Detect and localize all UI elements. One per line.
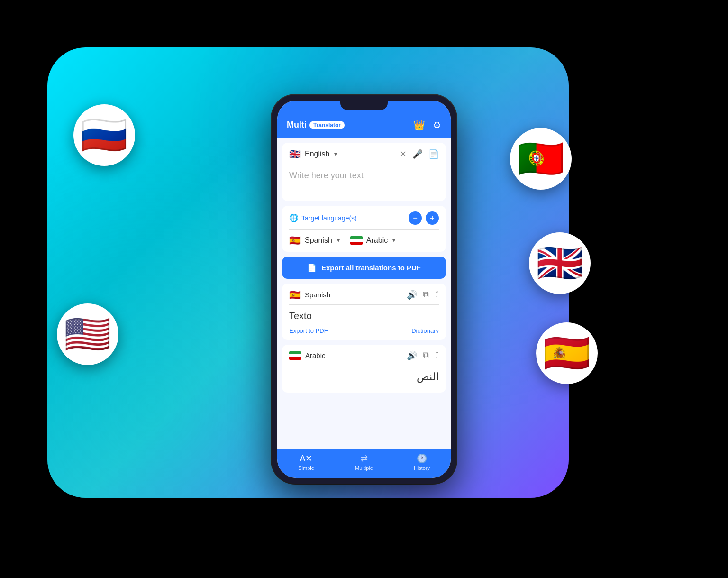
source-icons: ✕ 🎤 📄 (400, 149, 439, 159)
result-icons-arabic: 🔊 ⧉ ⤴ (407, 350, 439, 361)
result-text-arabic: النص (289, 369, 439, 387)
source-divider (289, 164, 439, 164)
source-section: 🇬🇧 English ▾ ✕ 🎤 📄 Write here your text (282, 143, 446, 201)
remove-language-button[interactable]: − (409, 211, 422, 225)
text-input[interactable]: Write here your text (289, 167, 439, 195)
result-spanish-flag: 🇪🇸 (289, 289, 301, 301)
arabic-chevron-icon: ▾ (392, 237, 395, 244)
app-title: Multi (287, 120, 307, 130)
history-label: History (414, 465, 430, 471)
globe-icon: 🌐 (289, 213, 299, 222)
phone: Multi Translator 👑 ⚙ 🇬🇧 English ▾ (272, 95, 456, 484)
app-header-icons: 👑 ⚙ (413, 119, 441, 131)
export-all-button[interactable]: 📄 Export all translations to PDF (282, 257, 446, 279)
share-icon-arabic[interactable]: ⤴ (435, 350, 439, 361)
iran-flag-icon (350, 236, 363, 245)
result-lang-spanish: 🇪🇸 Spanish (289, 289, 330, 301)
arabic-flag (350, 236, 363, 245)
result-lang-arabic: Arabic (289, 351, 326, 360)
multiple-icon: ⇄ (361, 453, 368, 464)
target-langs-row: 🇪🇸 Spanish ▾ (289, 235, 439, 246)
result-divider-spanish (289, 304, 439, 305)
source-chevron-icon: ▾ (334, 151, 337, 157)
crown-icon[interactable]: 👑 (413, 119, 425, 131)
target-divider (289, 229, 439, 230)
export-btn-label: Export all translations to PDF (321, 264, 421, 272)
speak-icon-arabic[interactable]: 🔊 (407, 350, 417, 361)
spanish-lang-name: Spanish (305, 236, 332, 245)
result-spanish-name: Spanish (305, 291, 330, 299)
copy-icon-arabic[interactable]: ⧉ (423, 350, 429, 361)
mic-icon[interactable]: 🎤 (412, 149, 423, 159)
result-arabic-name: Arabic (305, 351, 326, 359)
target-lang-spanish[interactable]: 🇪🇸 Spanish ▾ (289, 235, 340, 246)
app-body: 🇬🇧 English ▾ ✕ 🎤 📄 Write here your text (277, 138, 451, 449)
clear-icon[interactable]: ✕ (400, 149, 407, 159)
history-icon: 🕐 (417, 453, 427, 464)
document-icon[interactable]: 📄 (428, 149, 439, 159)
target-section: 🌐 Target language(s) − + 🇪🇸 S (282, 206, 446, 252)
source-lang-row: 🇬🇧 English ▾ ✕ 🎤 📄 (289, 148, 439, 160)
result-text-spanish: Texto (289, 309, 439, 325)
result-arabic-flag (289, 351, 301, 360)
target-controls: − + (409, 211, 439, 225)
phone-notch (340, 101, 388, 110)
flag-spain: 🇪🇸 (536, 322, 598, 384)
spanish-flag: 🇪🇸 (289, 235, 301, 246)
share-icon-spanish[interactable]: ⤴ (435, 290, 439, 300)
multiple-label: Multiple (355, 465, 373, 471)
result-divider-arabic (289, 365, 439, 365)
arabic-lang-name: Arabic (366, 236, 388, 245)
flag-uk: 🇬🇧 (529, 232, 591, 294)
simple-icon: A✕ (300, 453, 312, 464)
export-icon: 📄 (307, 263, 317, 272)
export-pdf-link-spanish[interactable]: Export to PDF (289, 327, 328, 334)
phone-inner: Multi Translator 👑 ⚙ 🇬🇧 English ▾ (277, 101, 451, 478)
result-header-arabic: Arabic 🔊 ⧉ ⤴ (289, 350, 439, 361)
target-label: 🌐 Target language(s) (289, 213, 357, 222)
source-lang-name: English (305, 150, 329, 158)
result-header-spanish: 🇪🇸 Spanish 🔊 ⧉ ⤴ (289, 289, 439, 301)
result-card-arabic: Arabic 🔊 ⧉ ⤴ النص (282, 345, 446, 393)
nav-multiple[interactable]: ⇄ Multiple (335, 453, 393, 471)
result-icons-spanish: 🔊 ⧉ ⤴ (407, 290, 439, 300)
source-flag: 🇬🇧 (289, 148, 301, 160)
flag-usa: 🇺🇸 (57, 303, 118, 365)
add-language-button[interactable]: + (426, 211, 439, 225)
speak-icon-spanish[interactable]: 🔊 (407, 290, 417, 300)
scene: 🇷🇺 🇵🇹 🇺🇸 🇬🇧 🇪🇸 Multi Translator 👑 ⚙ (0, 0, 728, 578)
flag-russia: 🇷🇺 (73, 104, 135, 166)
nav-history[interactable]: 🕐 History (393, 453, 451, 471)
target-label-text: Target language(s) (301, 214, 357, 222)
app-logo: Multi Translator (287, 120, 345, 130)
flag-portugal: 🇵🇹 (510, 128, 572, 190)
settings-icon[interactable]: ⚙ (433, 119, 441, 131)
source-lang-selector[interactable]: 🇬🇧 English ▾ (289, 148, 337, 160)
bottom-nav: A✕ Simple ⇄ Multiple 🕐 History (277, 449, 451, 478)
dictionary-link-spanish[interactable]: Dictionary (411, 327, 439, 334)
nav-simple[interactable]: A✕ Simple (277, 453, 335, 471)
spanish-chevron-icon: ▾ (337, 237, 340, 244)
app-badge: Translator (309, 121, 345, 129)
target-lang-arabic[interactable]: Arabic ▾ (350, 236, 395, 245)
simple-label: Simple (298, 465, 314, 471)
iran-flag-icon-2 (289, 351, 301, 360)
target-header: 🌐 Target language(s) − + (289, 211, 439, 225)
result-card-spanish: 🇪🇸 Spanish 🔊 ⧉ ⤴ Texto Export to PDF (282, 284, 446, 340)
copy-icon-spanish[interactable]: ⧉ (423, 290, 429, 300)
result-footer-spanish: Export to PDF Dictionary (289, 327, 439, 334)
